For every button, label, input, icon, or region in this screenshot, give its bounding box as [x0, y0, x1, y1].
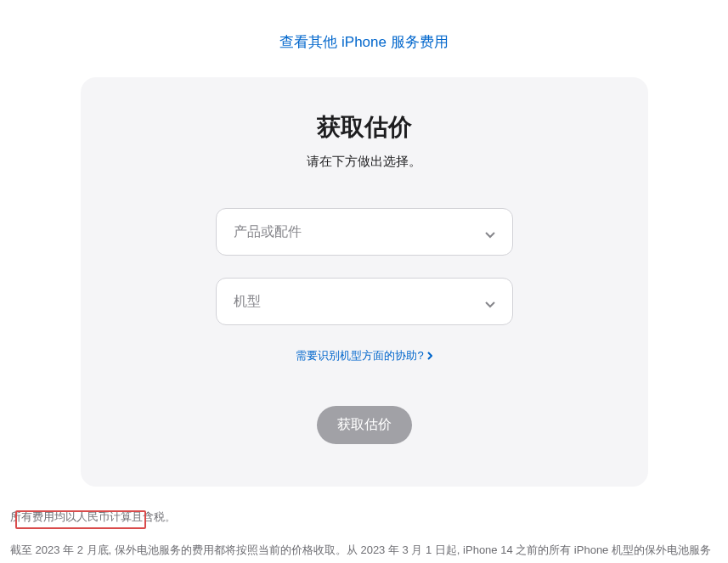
- product-select[interactable]: 产品或配件: [216, 208, 513, 256]
- chevron-down-icon: [485, 227, 495, 237]
- help-link-label: 需要识别机型方面的协助?: [296, 348, 423, 363]
- footer-note-tax: 所有费用均以人民币计算且含税。: [10, 507, 718, 528]
- product-select-placeholder: 产品或配件: [234, 223, 302, 241]
- card-subtitle: 请在下方做出选择。: [132, 154, 597, 170]
- footer-notes: 所有费用均以人民币计算且含税。 截至 2023 年 2 月底, 保外电池服务的费…: [0, 487, 728, 563]
- card-title: 获取估价: [132, 111, 597, 144]
- estimate-card: 获取估价 请在下方做出选择。 产品或配件 机型 需要识别机型方面的协助? 获取估…: [81, 77, 648, 487]
- chevron-down-icon: [485, 296, 495, 307]
- model-select-placeholder: 机型: [234, 293, 261, 311]
- get-estimate-button[interactable]: 获取估价: [317, 406, 412, 444]
- chevron-right-icon: [427, 350, 432, 363]
- identify-model-help-link[interactable]: 需要识别机型方面的协助?: [296, 348, 432, 363]
- other-services-link[interactable]: 查看其他 iPhone 服务费用: [279, 34, 448, 50]
- model-select[interactable]: 机型: [216, 278, 513, 325]
- footer-note-price-change: 截至 2023 年 2 月底, 保外电池服务的费用都将按照当前的价格收取。从 2…: [10, 540, 718, 563]
